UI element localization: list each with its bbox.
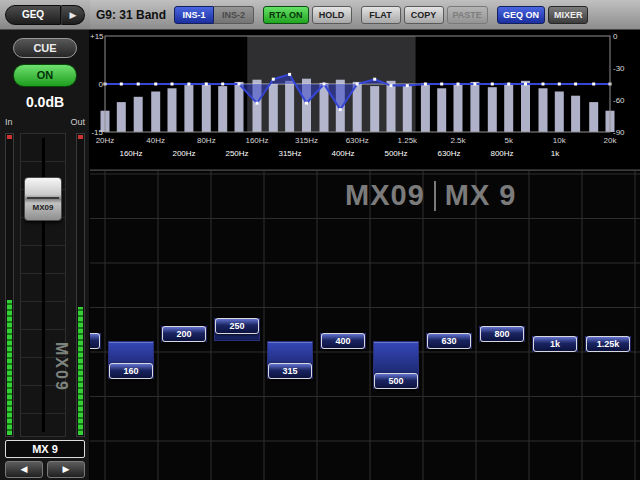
eq-band-dot[interactable] (390, 84, 393, 87)
selected-band-freq-label: 160Hz (119, 149, 142, 158)
rta-db-axis-label: -60 (613, 96, 639, 105)
header-button-paste[interactable]: PASTE (447, 6, 488, 24)
geq-band-fader-315[interactable]: 315 (268, 363, 312, 379)
channel-watermark: MX09 MX 9 (345, 179, 516, 212)
selected-band-freq-label: 1k (551, 149, 559, 158)
eq-band-dot[interactable] (256, 102, 259, 105)
rta-bar (403, 85, 412, 132)
selected-band-freq-label: 800Hz (490, 149, 513, 158)
next-channel-button[interactable]: ▶ (47, 461, 85, 478)
eq-band-dot[interactable] (205, 83, 208, 86)
eq-band-dot[interactable] (339, 108, 342, 111)
eq-band-dot[interactable] (272, 78, 275, 81)
header-button-copy[interactable]: COPY (404, 6, 444, 24)
channel-name-vertical-watermark: MX09 (52, 342, 70, 392)
geq-band-fader-250[interactable]: 250 (215, 318, 259, 334)
eq-band-dot[interactable] (524, 83, 527, 86)
rta-bar (285, 81, 294, 132)
eq-band-dot[interactable] (574, 83, 577, 86)
channel-fader-handle[interactable]: MX09 (24, 177, 62, 221)
selected-band-freq-label: 400Hz (331, 149, 354, 158)
rta-bar (521, 81, 530, 132)
header-button-ins-2[interactable]: INS-2 (214, 6, 254, 24)
rta-bar (134, 97, 143, 132)
geq-editor-screen: GEQ ▶ CUE ON 0.0dB In Out MX09 MX09 MX 9… (0, 0, 640, 480)
eq-response-display: +150-150-30-60-9020Hz40Hz80Hz160Hz315Hz6… (90, 30, 640, 170)
eq-band-dot[interactable] (305, 102, 308, 105)
eq-band-dot[interactable] (238, 83, 241, 86)
header-button-mixer[interactable]: MIXER (548, 6, 589, 24)
geq-next-arrow-icon[interactable]: ▶ (61, 5, 85, 25)
header-button-flat[interactable]: FLAT (361, 6, 401, 24)
header-button-hold[interactable]: HOLD (312, 6, 352, 24)
fader-gain-readout: 0.0dB (0, 94, 90, 110)
cue-button[interactable]: CUE (13, 38, 77, 58)
eq-band-dot[interactable] (558, 83, 561, 86)
eq-band-dot[interactable] (507, 83, 510, 86)
geq-band-fader-1.25k[interactable]: 1.25k (586, 336, 630, 352)
geq-band-fader-1k[interactable]: 1k (533, 336, 577, 352)
eq-band-dot[interactable] (120, 83, 123, 86)
eq-band-dot[interactable] (424, 83, 427, 86)
eq-band-dot[interactable] (592, 83, 595, 86)
eq-band-dot[interactable] (154, 83, 157, 86)
eq-db-axis-label: 0 (90, 80, 103, 89)
rta-bar (437, 88, 446, 132)
geq-band-fader-800[interactable]: 800 (480, 326, 524, 342)
rta-bar (184, 85, 193, 132)
rta-bar (539, 88, 548, 132)
rta-bar (168, 88, 177, 132)
eq-db-axis-label: +15 (90, 32, 103, 41)
header-button-geq-on[interactable]: GEQ ON (497, 6, 545, 24)
geq-band-fader-200[interactable]: 200 (162, 326, 206, 342)
watermark-channel-id: MX09 (345, 179, 425, 212)
rta-bar (218, 86, 227, 132)
eq-band-dot[interactable] (323, 83, 326, 86)
meter-out-label: Out (70, 117, 85, 127)
geq-band-fader-400[interactable]: 400 (321, 333, 365, 349)
rta-bar (117, 102, 126, 132)
eq-band-dot[interactable] (221, 83, 224, 86)
geq-band-fader-630[interactable]: 630 (427, 333, 471, 349)
eq-band-dot[interactable] (288, 73, 291, 76)
freq-axis-label: 80Hz (197, 136, 216, 145)
channel-sidebar: GEQ ▶ CUE ON 0.0dB In Out MX09 MX09 MX 9… (0, 0, 90, 480)
output-clip-led (78, 135, 83, 139)
eq-band-dot[interactable] (542, 83, 545, 86)
geq-band-fader-500[interactable]: 500 (374, 373, 418, 389)
rta-bar (269, 84, 278, 132)
eq-band-dot[interactable] (187, 83, 190, 86)
eq-band-dot[interactable] (491, 83, 494, 86)
rta-bar (370, 86, 379, 132)
on-button[interactable]: ON (13, 64, 77, 87)
rta-bar (202, 83, 211, 132)
eq-band-dot[interactable] (356, 83, 359, 86)
freq-axis-label: 20k (604, 136, 617, 145)
eq-band-dot[interactable] (137, 83, 140, 86)
selected-band-freq-label: 250Hz (225, 149, 248, 158)
geq-selector-button[interactable]: GEQ (5, 5, 61, 25)
header-button-rta-on[interactable]: RTA ON (263, 6, 309, 24)
freq-axis-label: 5k (504, 136, 512, 145)
geq-band-fader-160[interactable]: 160 (109, 363, 153, 379)
eq-band-dot[interactable] (171, 83, 174, 86)
meter-io-labels: In Out (0, 117, 90, 127)
eq-band-dot[interactable] (457, 83, 460, 86)
input-level-meter (5, 133, 14, 437)
eq-band-dot[interactable] (406, 84, 409, 87)
eq-band-dot[interactable] (440, 83, 443, 86)
prev-channel-button[interactable]: ◀ (5, 461, 43, 478)
freq-axis-label: 630Hz (346, 136, 369, 145)
rta-db-axis-label: 0 (613, 32, 639, 41)
geq-band-fader-edge[interactable] (90, 333, 100, 349)
rta-bar (504, 83, 513, 132)
freq-axis-label: 40Hz (146, 136, 165, 145)
eq-band-dot[interactable] (373, 78, 376, 81)
eq-band-dot[interactable] (473, 83, 476, 86)
rta-bar (555, 92, 564, 133)
header-button-ins-1[interactable]: INS-1 (174, 6, 214, 24)
channel-name-display: MX 9 (5, 440, 85, 458)
rta-db-axis-label: -30 (613, 64, 639, 73)
watermark-divider (434, 181, 436, 211)
rta-bar (571, 96, 580, 132)
